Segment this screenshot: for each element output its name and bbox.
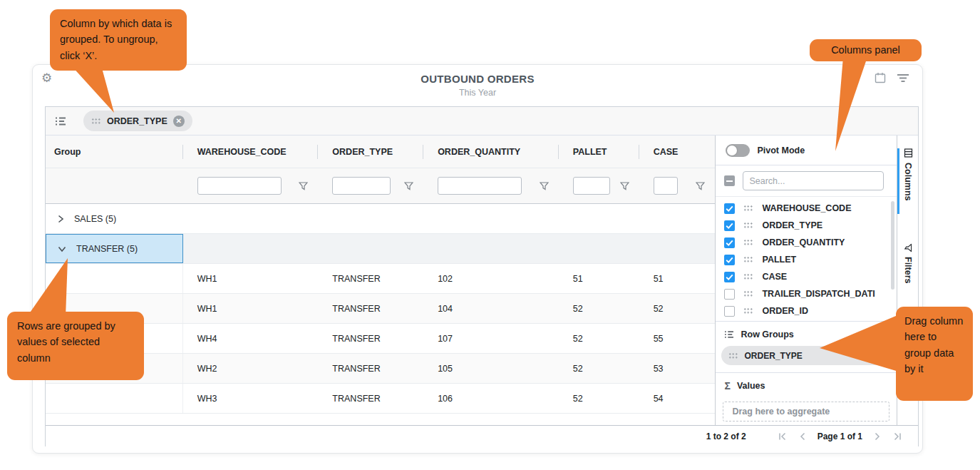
filter-row [46,168,715,204]
last-page-icon[interactable] [892,432,902,441]
filter-funnel-icon[interactable] [404,182,413,190]
column-header-pallet[interactable]: PALLET [559,136,639,168]
field-item-case[interactable]: CASE [716,268,897,285]
calendar-icon[interactable] [874,71,887,84]
filter-cell-order-quantity [423,168,559,203]
field-item-order-id[interactable]: ORDER_ID [716,302,897,320]
drag-grip-icon[interactable] [743,273,753,280]
cell-warehouse-code: WH2 [183,354,319,383]
field-item-pallet[interactable]: PALLET [716,251,897,268]
select-all-checkbox[interactable] [724,175,735,186]
next-page-icon[interactable] [874,432,881,441]
drag-grip-icon[interactable] [728,352,738,359]
cell-case: 52 [639,294,716,323]
drag-grip-icon[interactable] [743,256,753,263]
cell-case: 53 [639,354,716,383]
group-row-label: SALES (5) [74,214,116,224]
screenshot-canvas: ⚙ OUTBOUND ORDERS This Year [0,0,980,470]
header-row: Group WAREHOUSE_CODE ORDER_TYPE ORDER_QU… [46,136,715,168]
filter-input-pallet[interactable] [573,177,610,195]
cell-pallet: 52 [559,354,639,383]
section-divider [716,372,897,373]
widget-header: ⚙ OUTBOUND ORDERS This Year [33,65,922,106]
pivot-mode-label: Pivot Mode [757,145,805,155]
filter-funnel-icon[interactable] [620,182,629,190]
previous-page-icon[interactable] [799,432,806,441]
toggle-knob [727,145,737,155]
cell-case: 55 [639,324,716,353]
unchecked-checkbox[interactable] [724,306,735,317]
checked-checkbox[interactable] [724,237,735,248]
drag-grip-icon[interactable] [743,239,753,246]
group-row-transfer[interactable]: TRANSFER (5) [46,234,715,264]
tab-filters[interactable]: Filters [897,244,919,284]
values-drop-zone[interactable]: Drag here to aggregate [723,402,889,422]
cell-order-quantity: 102 [423,264,559,293]
drag-grip-icon[interactable] [743,205,753,212]
drag-grip-icon[interactable] [743,307,753,315]
column-header-order-type[interactable]: ORDER_TYPE [318,136,423,168]
page-indicator-text: Page 1 of 1 [817,431,862,441]
remove-row-group-x-icon[interactable]: ✕ [873,350,884,361]
checked-checkbox[interactable] [724,203,735,214]
column-search-input[interactable] [743,171,884,190]
drag-grip-icon[interactable] [91,118,101,125]
column-header-group[interactable]: Group [46,136,183,168]
checked-checkbox[interactable] [724,220,735,231]
checked-checkbox[interactable] [724,255,735,265]
filter-input-warehouse-code[interactable] [197,177,282,195]
pagination-bar: 1 to 2 of 2 Page 1 of 1 [46,425,918,446]
row-group-chip[interactable]: ORDER_TYPE ✕ [721,346,891,365]
selected-group-cell[interactable]: TRANSFER (5) [46,234,183,263]
filter-input-case[interactable] [654,177,678,195]
pivot-mode-toggle[interactable] [726,144,750,157]
unchecked-checkbox[interactable] [724,289,735,300]
cell-order-quantity: 105 [423,354,559,383]
table-row[interactable]: WH2 TRANSFER 105 52 53 [46,354,715,384]
field-item-order-type[interactable]: ORDER_TYPE [716,217,897,234]
row-group-panel: ORDER_TYPE ✕ [46,107,918,136]
field-list-scrollbar[interactable] [891,201,894,290]
column-header-order-quantity[interactable]: ORDER_QUANTITY [423,136,559,168]
chevron-right-icon[interactable] [57,215,64,223]
table-row[interactable]: WH1 TRANSFER 102 51 51 [46,264,715,294]
column-header-case[interactable]: CASE [639,136,716,168]
cell-order-type: TRANSFER [318,264,423,293]
field-item-trailer-dispatch-date[interactable]: TRAILER_DISPATCH_DATI [716,285,897,302]
filter-cell-pallet [559,168,639,203]
field-item-order-quantity[interactable]: ORDER_QUANTITY [716,234,897,251]
callout-columns-panel: Columns panel [810,39,922,61]
cell-case: 51 [639,264,716,293]
column-header-warehouse-code[interactable]: WAREHOUSE_CODE [183,136,319,168]
filter-funnel-icon[interactable] [540,182,549,190]
cell-order-quantity: 104 [423,294,559,323]
table-row[interactable]: WH3 TRANSFER 106 52 54 [46,384,715,414]
cell-warehouse-code: WH1 [183,294,319,323]
checked-checkbox[interactable] [724,272,735,282]
row-groups-icon [55,116,66,126]
callout-grouped-column: Column by which data is grouped. To ungr… [50,9,187,71]
values-label: Values [737,381,765,391]
callout-drag-column: Drag column here to group data by it [896,307,973,401]
cell-order-quantity: 107 [423,324,559,353]
filter-funnel-icon[interactable] [696,182,705,190]
first-page-icon[interactable] [778,432,788,441]
table-row[interactable]: WH4 TRANSFER 107 52 55 [46,324,715,354]
widget-menu-icon[interactable] [897,73,909,83]
drag-grip-icon[interactable] [743,222,753,229]
filter-funnel-icon[interactable] [299,182,308,190]
group-row-sales[interactable]: SALES (5) [46,204,715,234]
values-section-header: Σ Values [716,376,897,396]
filter-input-order-quantity[interactable] [438,177,522,195]
filter-cell-case [639,168,716,203]
filter-input-order-type[interactable] [332,177,391,195]
widget-subtitle: This Year [33,88,922,98]
drag-grip-icon[interactable] [743,290,753,297]
chevron-down-icon[interactable] [58,245,66,252]
remove-group-x-icon[interactable]: ✕ [173,116,185,127]
tab-columns[interactable]: Columns [897,148,919,200]
cell-pallet: 52 [559,294,639,323]
field-item-warehouse-code[interactable]: WAREHOUSE_CODE [716,200,897,217]
grouped-column-chip[interactable]: ORDER_TYPE ✕ [83,111,192,131]
table-row[interactable]: WH1 TRANSFER 104 52 52 [46,294,715,324]
